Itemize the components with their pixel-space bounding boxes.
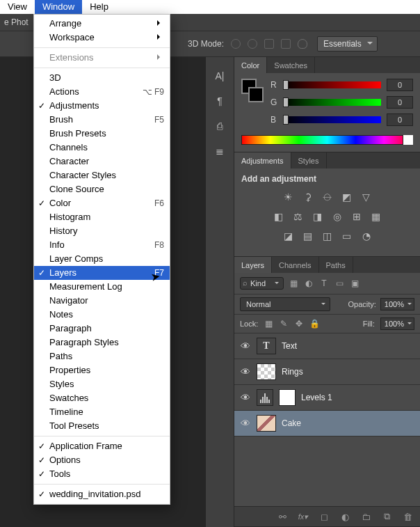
fill-value[interactable]: 100%: [380, 317, 414, 330]
selcolor-icon[interactable]: ◔: [360, 230, 373, 242]
menu-notes[interactable]: Notes: [34, 308, 170, 322]
threshold-icon[interactable]: ◫: [321, 230, 334, 242]
menu-histogram[interactable]: Histogram: [34, 210, 170, 224]
roll-icon[interactable]: [248, 39, 257, 49]
menu-history[interactable]: History: [34, 224, 170, 238]
r-slider[interactable]: [283, 81, 381, 88]
menu-character[interactable]: Character: [34, 155, 170, 168]
workspace-select[interactable]: Essentials: [317, 36, 378, 52]
menu-channels[interactable]: Channels: [34, 141, 170, 155]
menu-3d[interactable]: 3D: [34, 71, 170, 85]
slide-icon[interactable]: [281, 39, 291, 49]
vibrance-icon[interactable]: ▽: [360, 191, 373, 203]
g-slider[interactable]: [283, 99, 381, 106]
tab-layers[interactable]: Layers: [234, 257, 272, 273]
menu-window[interactable]: Window: [35, 0, 82, 14]
para-styles-panel-icon[interactable]: ≣: [212, 143, 227, 159]
menu-paths[interactable]: Paths: [34, 349, 170, 363]
menu-swatches[interactable]: Swatches: [34, 391, 170, 405]
visibility-icon[interactable]: 👁: [240, 340, 251, 352]
light-icon[interactable]: [298, 39, 307, 49]
menu-actions[interactable]: Actions⌥ F9: [34, 85, 170, 99]
group-icon[interactable]: 🗀: [360, 511, 371, 522]
blend-mode-select[interactable]: Normal: [240, 297, 330, 311]
tab-color[interactable]: Color: [234, 57, 267, 73]
invert-icon[interactable]: ◪: [282, 230, 295, 242]
lock-pos-icon[interactable]: ✥: [294, 319, 304, 329]
cbal-icon[interactable]: ⚖: [292, 210, 305, 223]
menu-view[interactable]: View: [0, 0, 35, 14]
menu-paragraph[interactable]: Paragraph: [34, 322, 170, 336]
visibility-icon[interactable]: 👁: [240, 418, 251, 429]
r-value[interactable]: 0: [387, 79, 413, 91]
menu-styles[interactable]: Styles: [34, 377, 170, 391]
opacity-value[interactable]: 100%: [380, 298, 414, 310]
layer-row-cake[interactable]: 👁 Cake: [234, 411, 420, 436]
layer-row-levels[interactable]: 👁 Levels 1: [234, 385, 420, 411]
menu-brush[interactable]: BrushF5: [34, 113, 170, 127]
b-value[interactable]: 0: [387, 113, 413, 126]
orbit-icon[interactable]: [231, 39, 241, 49]
gradmap-icon[interactable]: ▭: [341, 230, 353, 242]
menu-arrange[interactable]: Arrange: [34, 17, 170, 31]
menu-info[interactable]: InfoF8: [34, 238, 170, 252]
char-styles-panel-icon[interactable]: ⎙: [212, 118, 227, 134]
link-icon[interactable]: ⚯: [277, 511, 288, 522]
spectrum-bar[interactable]: [241, 135, 413, 145]
menu-adjustments[interactable]: ✓Adjustments: [34, 99, 170, 113]
tab-paths[interactable]: Paths: [319, 257, 353, 273]
filter-type-icon[interactable]: T: [318, 278, 330, 289]
menu-extensions[interactable]: Extensions: [34, 51, 170, 65]
menu-doc-window[interactable]: ✓wedding_invitation.psd: [34, 487, 170, 501]
lut-icon[interactable]: ▦: [370, 210, 382, 223]
filter-kind-select[interactable]: Kind: [240, 277, 284, 290]
menu-layer-comps[interactable]: Layer Comps: [34, 252, 170, 266]
exposure-icon[interactable]: ◩: [341, 191, 353, 203]
menu-brush-presets[interactable]: Brush Presets: [34, 127, 170, 141]
curves-icon[interactable]: ⦵: [321, 191, 334, 203]
menu-navigator[interactable]: Navigator: [34, 294, 170, 308]
menu-help[interactable]: Help: [82, 0, 116, 14]
hue-icon[interactable]: ◧: [273, 210, 285, 223]
menu-layers[interactable]: ✓LayersF7: [34, 266, 170, 280]
levels-icon[interactable]: ⚳: [302, 191, 314, 203]
photo-filter-icon[interactable]: ◎: [331, 210, 344, 223]
menu-app-frame[interactable]: ✓Application Frame: [34, 439, 170, 453]
menu-measurement[interactable]: Measurement Log: [34, 280, 170, 294]
g-value[interactable]: 0: [387, 96, 413, 109]
bw-icon[interactable]: ◨: [312, 210, 324, 223]
fx-icon[interactable]: fx▾: [298, 511, 309, 522]
pan-icon[interactable]: [264, 39, 274, 49]
tab-adjustments[interactable]: Adjustments: [234, 152, 291, 168]
brightness-icon[interactable]: ☀: [282, 191, 295, 203]
b-slider[interactable]: [283, 116, 381, 123]
chan-mixer-icon[interactable]: ⊞: [350, 210, 363, 223]
lock-all-icon[interactable]: 🔒: [309, 319, 319, 329]
menu-workspace[interactable]: Workspace: [34, 31, 170, 45]
visibility-icon[interactable]: 👁: [240, 392, 251, 403]
visibility-icon[interactable]: 👁: [240, 366, 251, 377]
filter-shape-icon[interactable]: ▭: [334, 278, 345, 289]
layer-row-rings[interactable]: 👁 Rings: [234, 359, 420, 385]
adjustment-icon[interactable]: ◐: [339, 511, 350, 522]
mask-icon[interactable]: ◻: [318, 511, 330, 522]
posterize-icon[interactable]: ▤: [302, 230, 314, 242]
tab-channels[interactable]: Channels: [272, 257, 318, 273]
menu-tool-presets[interactable]: Tool Presets: [34, 419, 170, 433]
lock-paint-icon[interactable]: ✎: [279, 319, 289, 329]
menu-clone-source[interactable]: Clone Source: [34, 182, 170, 196]
menu-timeline[interactable]: Timeline: [34, 405, 170, 419]
menu-tools[interactable]: ✓Tools: [34, 467, 170, 481]
filter-adjust-icon[interactable]: ◐: [303, 278, 314, 289]
menu-color[interactable]: ✓ColorF6: [34, 196, 170, 210]
paragraph-panel-icon[interactable]: ¶: [212, 93, 227, 109]
menu-paragraph-styles[interactable]: Paragraph Styles: [34, 336, 170, 349]
tab-swatches[interactable]: Swatches: [267, 57, 315, 73]
character-panel-icon[interactable]: A|: [212, 68, 227, 84]
new-layer-icon[interactable]: ⧉: [381, 511, 392, 522]
lock-trans-icon[interactable]: ▦: [264, 319, 273, 329]
trash-icon[interactable]: 🗑: [402, 511, 413, 522]
tab-styles[interactable]: Styles: [291, 152, 327, 168]
fg-bg-swatch[interactable]: [241, 79, 264, 131]
menu-character-styles[interactable]: Character Styles: [34, 168, 170, 182]
